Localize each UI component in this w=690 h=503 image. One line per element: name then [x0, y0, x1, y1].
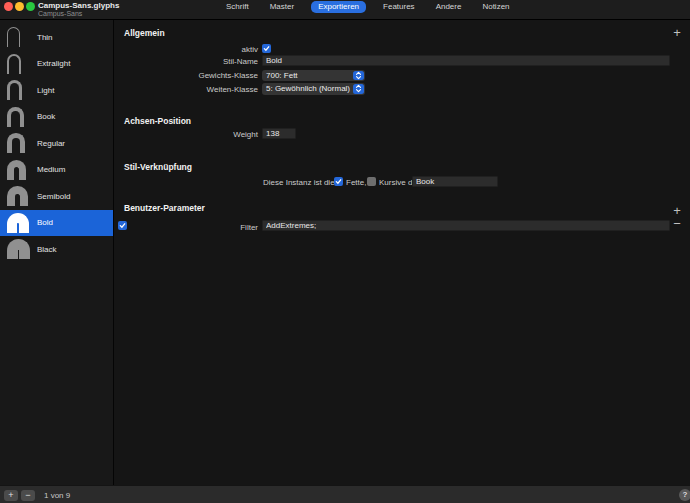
glyph-preview-icon: [7, 186, 37, 206]
stil-name-input[interactable]: [262, 55, 670, 66]
gewichts-klasse-label: Gewichts-Klasse: [198, 71, 258, 80]
remove-instance-button[interactable]: −: [21, 490, 35, 501]
remove-parameter-button[interactable]: −: [670, 218, 684, 229]
weiten-klasse-value: 5: Gewöhnlich (Normal): [266, 84, 350, 93]
instance-row-thin[interactable]: Thin: [0, 24, 113, 51]
window-title: Campus-Sans.glyphs: [38, 1, 119, 10]
minimize-window-button[interactable]: [15, 2, 24, 11]
weiten-klasse-label: Weiten-Klasse: [207, 85, 258, 94]
section-title-stil-verknuepfung: Stil-Verknüpfung: [124, 162, 192, 172]
italic-of-checkbox[interactable]: [367, 177, 376, 186]
window-subtitle: Campus-Sans: [38, 10, 82, 17]
glyph-preview-icon: [7, 160, 37, 180]
glyph-preview-icon: [7, 27, 37, 47]
section-title-allgemein: Allgemein: [124, 28, 165, 38]
instance-row-extralight[interactable]: Extralight: [0, 51, 113, 78]
add-instance-button[interactable]: +: [4, 490, 18, 501]
instance-row-bold[interactable]: Bold: [0, 210, 113, 237]
add-parameter-button[interactable]: +: [670, 205, 684, 216]
glyph-preview-icon: [7, 213, 37, 233]
filter-parameter-label: Filter: [240, 223, 258, 232]
glyph-preview-icon: [7, 80, 37, 100]
chevron-up-down-icon: [353, 84, 364, 94]
glyph-preview-icon: [7, 107, 37, 127]
parameter-enabled-checkbox[interactable]: [118, 221, 127, 230]
tab-notizen[interactable]: Notizen: [478, 1, 513, 12]
stil-name-label: Stil-Name: [223, 57, 258, 66]
glyphs-app-window: { "titlebar": { "title": "Campus-Sans.gl…: [0, 0, 690, 503]
instance-row-black[interactable]: Black: [0, 236, 113, 263]
close-window-button[interactable]: [4, 2, 13, 11]
instance-row-semibold[interactable]: Semibold: [0, 183, 113, 210]
chevron-up-down-icon: [353, 71, 364, 81]
section-title-achsen-position: Achsen-Position: [124, 116, 191, 126]
base-style-input[interactable]: [412, 176, 498, 187]
instance-label: Book: [37, 112, 55, 121]
tab-andere[interactable]: Andere: [432, 1, 466, 12]
glyph-preview-icon: [7, 54, 37, 74]
instance-row-regular[interactable]: Regular: [0, 130, 113, 157]
bold-of-checkbox[interactable]: [334, 177, 343, 186]
instance-row-medium[interactable]: Medium: [0, 157, 113, 184]
weight-input[interactable]: [262, 128, 296, 139]
titlebar: Campus-Sans.glyphs Campus-Sans Schrift M…: [0, 0, 690, 20]
instance-label: Thin: [37, 33, 53, 42]
instance-counter: 1 von 9: [44, 491, 70, 500]
glyph-preview-icon: [7, 133, 37, 153]
bold-of-label: Fette,: [346, 178, 366, 187]
style-linking-sentence: Diese Instanz ist die: [263, 178, 335, 187]
instance-label: Bold: [37, 218, 53, 227]
instance-label: Medium: [37, 165, 65, 174]
gewichts-klasse-value: 700: Fett: [266, 71, 298, 80]
instance-row-light[interactable]: Light: [0, 77, 113, 104]
instance-label: Regular: [37, 139, 65, 148]
status-bar: + − 1 von 9 ?: [0, 485, 690, 503]
zoom-window-button[interactable]: [26, 2, 35, 11]
glyph-preview-icon: [7, 239, 37, 259]
instances-sidebar: Thin Extralight Light Book Regular Mediu…: [0, 20, 114, 485]
weiten-klasse-select[interactable]: 5: Gewöhnlich (Normal): [262, 83, 365, 95]
help-button[interactable]: ?: [679, 489, 690, 501]
instance-label: Light: [37, 86, 54, 95]
tab-bar: Schrift Master Exportieren Features Ande…: [222, 0, 514, 13]
instance-row-book[interactable]: Book: [0, 104, 113, 131]
aktiv-label: aktiv: [242, 45, 258, 54]
filter-parameter-input[interactable]: [262, 220, 670, 231]
tab-master[interactable]: Master: [266, 1, 298, 12]
instance-list: Thin Extralight Light Book Regular Mediu…: [0, 24, 113, 263]
gewichts-klasse-select[interactable]: 700: Fett: [262, 70, 365, 82]
add-property-button[interactable]: +: [670, 27, 684, 38]
instance-label: Extralight: [37, 59, 70, 68]
tab-features[interactable]: Features: [379, 1, 419, 12]
tab-exportieren[interactable]: Exportieren: [311, 1, 366, 13]
instance-label: Black: [37, 245, 57, 254]
tab-schrift[interactable]: Schrift: [222, 1, 253, 12]
section-title-benutzer-parameter: Benutzer-Parameter: [124, 203, 205, 213]
aktiv-checkbox[interactable]: [262, 44, 271, 53]
weight-label: Weight: [233, 130, 258, 139]
instance-label: Semibold: [37, 192, 70, 201]
